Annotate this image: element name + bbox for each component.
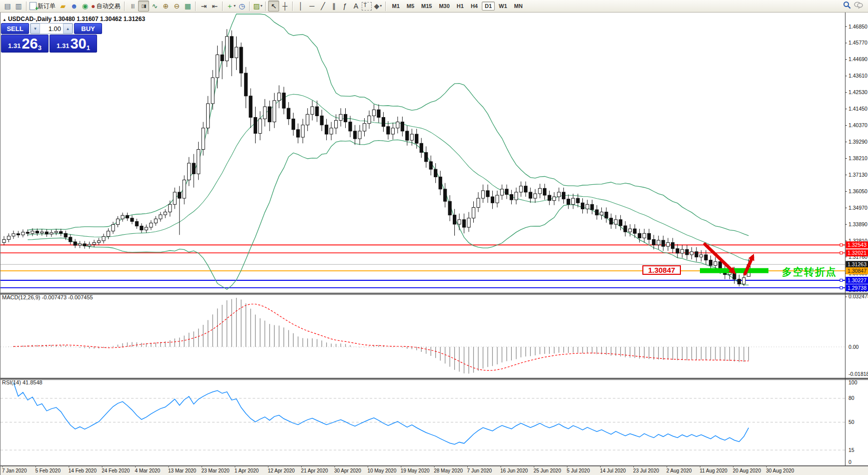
sep1: [26, 2, 27, 11]
zoom-out-icon[interactable]: ⊖: [171, 1, 182, 12]
timeframe-mn[interactable]: MN: [511, 2, 526, 11]
crosshair-icon[interactable]: ┼: [279, 1, 290, 12]
timeframe-m5[interactable]: M5: [404, 2, 417, 11]
date-label: 14 Feb 2020: [69, 468, 97, 473]
autotrade-button-icon: ●: [91, 3, 95, 10]
buy-price-pips: 30: [70, 37, 86, 51]
date-label: 12 Apr 2020: [268, 468, 295, 473]
price-flag-label[interactable]: 1.30847: [642, 265, 681, 275]
charts-list-icon[interactable]: ▤: [2, 1, 13, 12]
sell-quote-panel[interactable]: 1.31263: [1, 35, 49, 53]
market-watch-icon[interactable]: ▥: [13, 1, 24, 12]
volume-input[interactable]: [40, 24, 63, 34]
toolbar-right-group: [843, 1, 863, 11]
panel-separator: [1, 294, 868, 295]
rsi-axis-label: 15: [848, 447, 854, 453]
new-chart-icon[interactable]: ＋▾: [225, 1, 236, 12]
price-tick-label: 1.36050: [848, 188, 867, 194]
templates-icon[interactable]: ▨▾: [252, 1, 263, 12]
chevron-down-icon[interactable]: ▾: [234, 4, 236, 8]
panel-separator: [1, 379, 868, 380]
text-label-icon[interactable]: T: [361, 1, 372, 12]
sep2: [124, 2, 125, 11]
channel-icon[interactable]: ∥: [328, 1, 339, 12]
timeframe-m1[interactable]: M1: [389, 2, 402, 11]
pivot-line-badge-label: 1.30847: [847, 268, 866, 274]
chat-icon[interactable]: [854, 1, 863, 11]
tile-windows-icon[interactable]: ▦: [182, 1, 193, 12]
new-order-button[interactable]: +新订单: [29, 1, 58, 12]
buy-button[interactable]: BUY: [74, 23, 102, 34]
toolbar: ▤▥+新订单▰☻◉●自动交易|||▯▮∿⊕⊖▦⇥⇤＋▾◷▨▾↖┼│─╱∥ƒAT◆…: [0, 0, 868, 13]
chevron-down-icon[interactable]: ▾: [261, 4, 263, 8]
vertical-line-icon[interactable]: │: [295, 1, 306, 12]
chevron-down-icon[interactable]: ▾: [380, 4, 382, 8]
date-label: 30 Apr 2020: [334, 468, 361, 473]
sep6: [265, 2, 266, 11]
sell-button[interactable]: SELL: [1, 23, 29, 34]
date-label: 20 Aug 2020: [733, 468, 761, 473]
one-click-trading-widget: SELL ▾ ▴ BUY 1.31263 1.31301: [1, 23, 97, 53]
pivot-note-text[interactable]: 多空转折点: [782, 265, 837, 279]
text-icon[interactable]: A: [350, 1, 361, 12]
auto-scroll-icon[interactable]: ⇥: [198, 1, 209, 12]
support-line-2-handle[interactable]: [840, 286, 842, 289]
macd-axis-zero: 0.00: [848, 344, 859, 350]
timeframe-d1[interactable]: D1: [482, 2, 495, 11]
timeframe-h1[interactable]: H1: [454, 2, 467, 11]
arrows-icon[interactable]: ◆▾: [372, 1, 383, 12]
chart-shift-icon[interactable]: ⇤: [209, 1, 220, 12]
horizontal-line-icon[interactable]: ─: [306, 1, 317, 12]
sep4: [222, 2, 223, 11]
collapse-marker-icon[interactable]: ▲: [3, 18, 7, 22]
date-label: 7 Jan 2020: [2, 468, 27, 473]
trendline-icon[interactable]: ╱: [317, 1, 328, 12]
search-icon[interactable]: [843, 1, 851, 11]
resistance-line-2-handle[interactable]: [840, 252, 842, 254]
toolbar-items: ▤▥+新订单▰☻◉●自动交易|||▯▮∿⊕⊖▦⇥⇤＋▾◷▨▾↖┼│─╱∥ƒAT◆…: [2, 1, 843, 12]
date-label: 21 Apr 2020: [301, 468, 328, 473]
timeframe-m15[interactable]: M15: [418, 2, 435, 11]
macd-axis-max: 0.032478: [848, 293, 868, 299]
fibonacci-icon[interactable]: ƒ: [339, 1, 350, 12]
timeframe-m30[interactable]: M30: [436, 2, 452, 11]
sell-price-major: 1.31: [8, 42, 21, 50]
community-icon[interactable]: ☻: [69, 1, 80, 12]
buy-quote-panel[interactable]: 1.31301: [50, 35, 97, 53]
autotrade-button[interactable]: ●自动交易: [91, 1, 122, 12]
date-label: 14 Jul 2020: [600, 468, 626, 473]
support-line-1-handle[interactable]: [840, 279, 842, 282]
chart-canvas[interactable]: 1.468501.457701.446901.436101.425301.414…: [1, 13, 868, 475]
rsi-axis-label: 80: [848, 395, 854, 401]
gold-icon[interactable]: ▰: [58, 1, 69, 12]
price-tick-label: 1.34970: [848, 205, 867, 211]
timeframe-h4[interactable]: H4: [468, 2, 481, 11]
chart-window[interactable]: 1.468501.457701.446901.436101.425301.414…: [0, 13, 868, 475]
date-label: 28 May 2020: [434, 468, 463, 473]
buy-price-major: 1.31: [57, 42, 69, 50]
bar-chart-icon[interactable]: |||: [127, 1, 138, 12]
timeframe-w1[interactable]: W1: [496, 2, 510, 11]
volume-field: ▾ ▴: [30, 23, 73, 34]
zoom-in-icon[interactable]: ⊕: [160, 1, 171, 12]
date-label: 1 Apr 2020: [235, 468, 259, 473]
date-label: 11 Aug 2020: [699, 468, 727, 473]
support-line-2-badge-label: 1.29738: [847, 285, 866, 291]
cursor-icon[interactable]: ↖: [268, 1, 279, 12]
resistance-line-1-badge-label: 1.32543: [847, 242, 866, 248]
volume-increment-button[interactable]: ▴: [63, 24, 73, 34]
candlestick-icon[interactable]: ▯▮: [138, 1, 149, 12]
buy-price-point: 1: [87, 44, 90, 52]
candlestick-series[interactable]: [3, 29, 750, 286]
clock-icon[interactable]: ◷: [236, 1, 247, 12]
sell-price-pips: 26: [22, 37, 38, 51]
resistance-line-1-handle[interactable]: [840, 244, 842, 246]
line-chart-icon[interactable]: ∿: [149, 1, 160, 12]
signals-icon[interactable]: ◉: [80, 1, 91, 12]
date-label: 7 Jun 2020: [467, 468, 492, 473]
sep5: [249, 2, 250, 11]
date-label: 5 Jul 2020: [567, 468, 590, 473]
volume-decrement-button[interactable]: ▾: [31, 24, 40, 34]
sep3: [195, 2, 196, 11]
price-tick-label: 1.39290: [848, 139, 867, 145]
